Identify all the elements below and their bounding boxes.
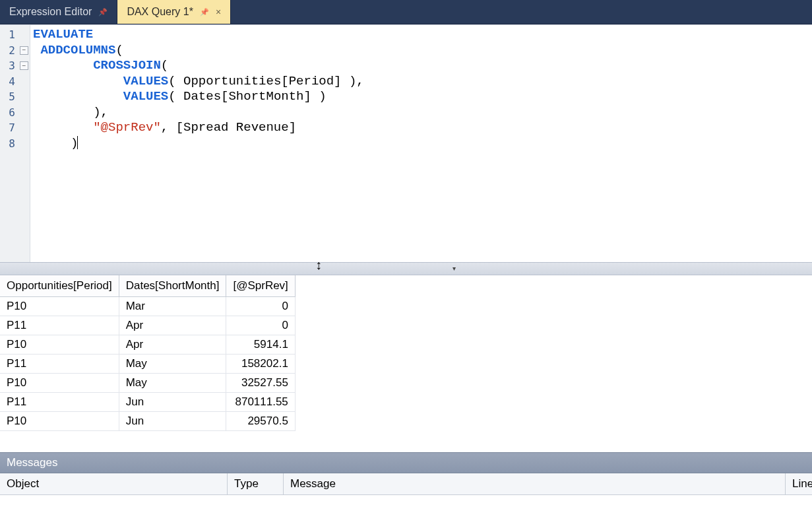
table-cell: P11 — [0, 316, 119, 335]
table-cell: Jun — [119, 393, 226, 412]
code-line[interactable]: CROSSJOIN( — [33, 58, 809, 74]
table-row[interactable]: P11May158202.1 — [0, 355, 295, 374]
line-number: 6 — [5, 106, 18, 119]
table-cell: Apr — [119, 316, 226, 335]
gutter-row: 6 — [0, 105, 30, 121]
table-row[interactable]: P10Jun29570.5 — [0, 412, 295, 431]
code-line[interactable]: ADDCOLUMNS( — [33, 43, 809, 59]
code-line[interactable]: EVALUATE — [33, 27, 809, 43]
table-row[interactable]: P11Apr0 — [0, 316, 295, 335]
code-line[interactable]: "@SprRev", [Spread Revenue] — [33, 120, 809, 136]
table-row[interactable]: P10Apr5914.1 — [0, 335, 295, 355]
tab-bar: Expression Editor 📌 DAX Query 1* 📌 × — [0, 0, 812, 24]
table-cell: May — [119, 374, 226, 393]
gutter: 12−3−45678 — [0, 25, 30, 262]
messages-panel-title[interactable]: Messages — [0, 452, 812, 473]
tab-dax-query[interactable]: DAX Query 1* 📌 × — [117, 0, 231, 24]
gutter-row: 2− — [0, 43, 30, 59]
gutter-row: 4 — [0, 74, 30, 90]
table-row[interactable]: P11Jun870111.55 — [0, 393, 295, 412]
close-icon[interactable]: × — [216, 7, 221, 17]
splitter[interactable]: ↕ ▾ — [0, 262, 812, 275]
tab-label: DAX Query 1* — [127, 6, 193, 18]
line-number: 7 — [5, 121, 18, 134]
table-cell: Apr — [119, 335, 226, 355]
messages-col-object[interactable]: Object — [0, 473, 228, 494]
code-line[interactable]: ), — [33, 105, 809, 121]
gutter-row: 1 — [0, 27, 30, 43]
code-area[interactable]: EVALUATE ADDCOLUMNS( CROSSJOIN( VALUES( … — [30, 25, 812, 262]
messages-col-message[interactable]: Message — [284, 473, 786, 494]
code-line[interactable]: VALUES( Dates[ShortMonth] ) — [33, 89, 809, 105]
chevron-down-icon[interactable]: ▾ — [453, 265, 456, 272]
line-number: 4 — [5, 75, 18, 88]
column-header[interactable]: [@SprRev] — [226, 275, 295, 297]
results-grid[interactable]: Opportunities[Period] Dates[ShortMonth] … — [0, 275, 812, 452]
table-cell: 29570.5 — [226, 412, 295, 431]
column-header[interactable]: Dates[ShortMonth] — [119, 275, 226, 297]
table-cell: P11 — [0, 355, 119, 374]
table-cell: 5914.1 — [226, 335, 295, 355]
column-header[interactable]: Opportunities[Period] — [0, 275, 119, 297]
code-editor[interactable]: 12−3−45678 EVALUATE ADDCOLUMNS( CROSSJOI… — [0, 24, 812, 262]
messages-col-type[interactable]: Type — [228, 473, 284, 494]
code-line[interactable]: VALUES( Opportunities[Period] ), — [33, 74, 809, 90]
table-cell: P10 — [0, 412, 119, 431]
table-cell: P10 — [0, 335, 119, 355]
table-cell: P11 — [0, 393, 119, 412]
table-cell: Jun — [119, 412, 226, 431]
table-cell: May — [119, 355, 226, 374]
fold-toggle-icon[interactable]: − — [20, 46, 28, 55]
line-number: 3 — [5, 59, 18, 72]
table-cell: P10 — [0, 374, 119, 393]
results-table: Opportunities[Period] Dates[ShortMonth] … — [0, 275, 296, 431]
gutter-row: 5 — [0, 89, 30, 105]
messages-col-line[interactable]: Line — [786, 473, 812, 494]
gutter-row: 7 — [0, 120, 30, 136]
table-row[interactable]: P10Mar0 — [0, 297, 295, 316]
text-cursor — [77, 136, 78, 149]
line-number: 1 — [5, 28, 18, 41]
code-line[interactable]: ) — [33, 136, 809, 152]
table-cell: Mar — [119, 297, 226, 316]
table-cell: 870111.55 — [226, 393, 295, 412]
table-cell: 32527.55 — [226, 374, 295, 393]
table-cell: 0 — [226, 316, 295, 335]
table-row[interactable]: P10May32527.55 — [0, 374, 295, 393]
table-cell: 0 — [226, 297, 295, 316]
fold-toggle-icon[interactable]: − — [20, 61, 28, 70]
line-number: 5 — [5, 90, 18, 103]
table-header-row: Opportunities[Period] Dates[ShortMonth] … — [0, 275, 295, 297]
gutter-row: 8 — [0, 136, 30, 152]
tab-label: Expression Editor — [9, 6, 92, 18]
line-number: 8 — [5, 137, 18, 150]
pin-icon[interactable]: 📌 — [200, 8, 209, 17]
gutter-row: 3− — [0, 58, 30, 74]
pin-icon[interactable]: 📌 — [98, 8, 108, 17]
line-number: 2 — [5, 44, 18, 57]
tab-expression-editor[interactable]: Expression Editor 📌 — [0, 0, 117, 24]
table-cell: 158202.1 — [226, 355, 295, 374]
table-cell: P10 — [0, 297, 119, 316]
messages-columns: Object Type Message Line — [0, 473, 812, 495]
